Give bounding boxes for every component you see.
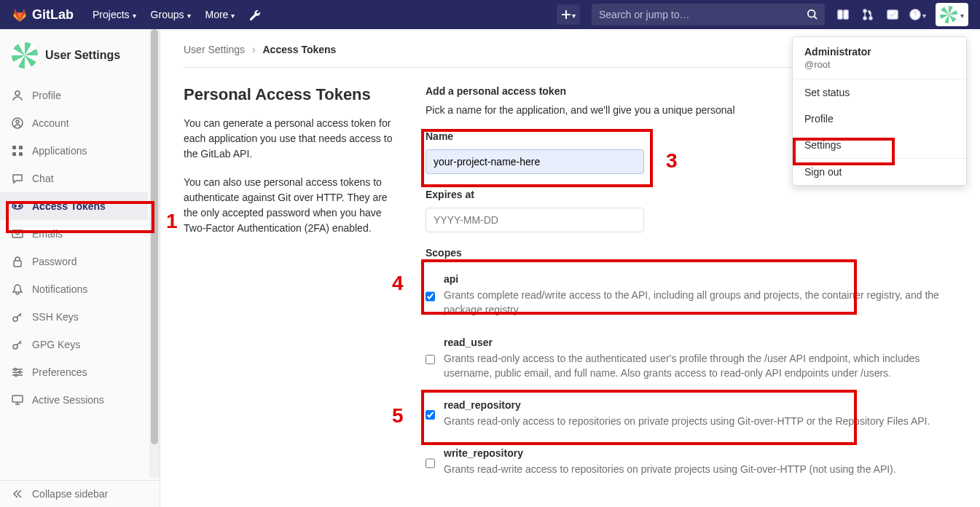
plus-icon — [562, 10, 571, 19]
scope-description: Grants read-only access to repositories … — [444, 414, 930, 428]
chat-icon — [12, 173, 23, 184]
svg-rect-17 — [12, 230, 23, 237]
chevron-down-icon — [960, 9, 964, 20]
menu-item-settings[interactable]: Settings — [793, 132, 966, 158]
page-description: You can generate a personal access token… — [184, 116, 402, 162]
nav-projects[interactable]: Projects — [85, 0, 144, 29]
key-icon — [12, 311, 23, 323]
collapse-icon — [12, 488, 23, 500]
sidebar-item-label: Chat — [32, 173, 54, 184]
scope-checkbox-write-repository[interactable] — [426, 449, 435, 476]
merge-requests-icon[interactable] — [855, 0, 880, 29]
top-navbar: GitLab Projects Groups More — [0, 0, 980, 29]
chevron-down-icon — [133, 9, 136, 20]
scope-row-read-user: read_user Grants read-only access to the… — [426, 329, 957, 393]
brand-logo[interactable]: GitLab — [12, 7, 74, 23]
svg-point-22 — [19, 372, 21, 374]
collapse-label: Collapse sidebar — [32, 488, 108, 500]
sidebar-item-gpg-keys[interactable]: GPG Keys — [0, 331, 148, 358]
token-expires-input[interactable] — [426, 208, 644, 232]
scope-checkbox-api[interactable] — [426, 275, 435, 318]
scope-name: read_repository — [444, 399, 930, 411]
description-column: Personal Access Tokens You can generate … — [184, 85, 402, 489]
menu-item-set-status[interactable]: Set status — [793, 79, 966, 106]
sidebar-item-emails[interactable]: Emails — [0, 220, 148, 248]
user-avatar-menu[interactable] — [936, 3, 968, 26]
sidebar-item-label: Access Tokens — [32, 200, 106, 212]
svg-rect-0 — [838, 10, 842, 19]
profile-icon — [12, 90, 23, 101]
sidebar-item-account[interactable]: Account — [0, 109, 148, 137]
breadcrumb-root[interactable]: User Settings — [184, 44, 245, 55]
svg-rect-1 — [844, 10, 848, 19]
svg-point-4 — [869, 17, 872, 20]
lock-icon — [12, 256, 23, 267]
issues-icon[interactable] — [831, 0, 855, 29]
svg-rect-11 — [19, 146, 23, 149]
sidebar-item-access-tokens[interactable]: Access Tokens — [0, 192, 148, 220]
svg-point-2 — [863, 9, 866, 12]
nav-more[interactable]: More — [198, 0, 243, 29]
email-icon — [12, 228, 23, 240]
scrollbar-track[interactable] — [149, 29, 160, 478]
identicon-avatar — [12, 42, 38, 68]
scope-checkbox-read-repository[interactable] — [426, 401, 435, 428]
nav-groups[interactable]: Groups — [144, 0, 198, 29]
user-handle: @root — [804, 59, 954, 70]
sidebar-item-label: GPG Keys — [32, 339, 80, 350]
sidebar-items: Profile Account Applications Chat Access… — [0, 82, 160, 480]
sidebar-item-label: Profile — [32, 90, 61, 101]
global-search[interactable] — [592, 4, 825, 25]
todos-icon[interactable] — [880, 0, 905, 29]
svg-rect-24 — [12, 396, 23, 402]
new-menu-button[interactable] — [557, 4, 580, 25]
svg-point-15 — [15, 205, 16, 207]
token-name-input[interactable] — [426, 149, 644, 174]
sidebar-item-password[interactable]: Password — [0, 248, 148, 275]
sidebar-item-ssh-keys[interactable]: SSH Keys — [0, 303, 148, 331]
search-icon — [807, 9, 818, 20]
chevron-right-icon: › — [252, 44, 256, 55]
token-icon — [12, 200, 23, 212]
sidebar-item-active-sessions[interactable]: Active Sessions — [0, 386, 148, 414]
scope-name: write_repository — [444, 447, 896, 459]
scope-description: Grants read-write access to repositories… — [444, 462, 896, 476]
svg-point-7 — [15, 91, 20, 95]
chevron-down-icon — [922, 9, 926, 20]
user-menu-header: Administrator @root — [793, 37, 966, 79]
svg-rect-13 — [19, 152, 23, 156]
account-icon — [12, 117, 23, 129]
scope-checkbox-read-user[interactable] — [426, 339, 435, 381]
chevron-down-icon — [572, 9, 576, 20]
chevron-down-icon — [231, 9, 235, 20]
scope-row-api: api Grants complete read/write access to… — [426, 266, 957, 329]
scope-name: read_user — [444, 337, 957, 348]
applications-icon — [12, 145, 23, 157]
sidebar-item-chat[interactable]: Chat — [0, 165, 148, 192]
scope-row-write-repository: write_repository Grants read-write acces… — [426, 440, 957, 488]
menu-item-profile[interactable]: Profile — [793, 106, 966, 132]
brand-text: GitLab — [32, 7, 74, 23]
sidebar-item-label: Active Sessions — [32, 394, 104, 406]
search-input[interactable] — [599, 9, 807, 20]
svg-point-9 — [16, 120, 19, 123]
bell-icon — [12, 283, 23, 295]
user-display-name: Administrator — [804, 46, 954, 58]
sidebar-item-label: Applications — [32, 145, 87, 157]
collapse-sidebar-button[interactable]: Collapse sidebar — [0, 480, 160, 507]
admin-wrench-icon[interactable] — [242, 0, 267, 29]
svg-rect-10 — [12, 146, 16, 149]
sidebar-item-applications[interactable]: Applications — [0, 137, 148, 165]
sidebar-item-preferences[interactable]: Preferences — [0, 358, 148, 386]
sidebar-item-label: Notifications — [32, 283, 87, 295]
expires-label: Expires at — [426, 189, 957, 200]
sidebar-item-profile[interactable]: Profile — [0, 82, 148, 109]
preferences-icon — [12, 366, 23, 378]
scrollbar-thumb[interactable] — [151, 29, 158, 444]
menu-item-sign-out[interactable]: Sign out — [793, 159, 966, 185]
scope-description: Grants complete read/write access to the… — [444, 288, 957, 318]
sidebar-item-notifications[interactable]: Notifications — [0, 275, 148, 303]
help-icon[interactable] — [905, 0, 930, 29]
svg-point-16 — [19, 205, 20, 207]
scope-row-read-repository: read_repository Grants read-only access … — [426, 392, 957, 440]
